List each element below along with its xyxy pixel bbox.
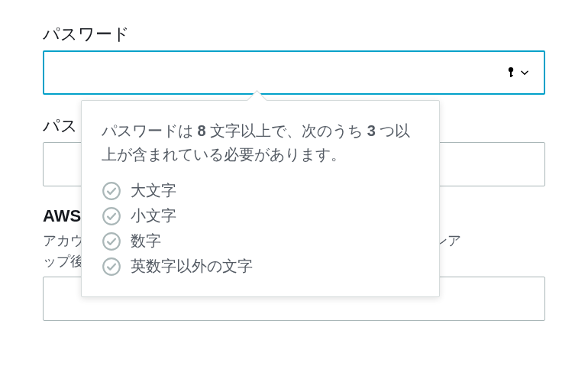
password-manager-dropdown[interactable] <box>504 66 535 79</box>
svg-rect-2 <box>510 75 513 76</box>
password-label: パスワード <box>43 23 545 46</box>
password-input[interactable] <box>53 64 504 82</box>
requirement-label: 小文字 <box>131 206 176 226</box>
requirement-label: 数字 <box>131 231 161 251</box>
requirement-label: 大文字 <box>131 180 176 201</box>
svg-point-6 <box>103 258 120 275</box>
svg-point-5 <box>103 233 120 250</box>
check-circle-icon <box>102 231 121 251</box>
requirement-label: 英数字以外の文字 <box>131 256 253 277</box>
requirement-item: 小文字 <box>102 206 419 226</box>
password-requirements-popover: パスワードは 8 文字以上で、次のうち 3 つ以上が含まれている必要があります。… <box>81 100 440 297</box>
key-icon <box>504 66 518 79</box>
chevron-down-icon <box>519 67 530 78</box>
svg-rect-1 <box>510 71 512 77</box>
requirement-item: 大文字 <box>102 180 419 201</box>
popover-description: パスワードは 8 文字以上で、次のうち 3 つ以上が含まれている必要があります。 <box>102 119 419 167</box>
svg-point-3 <box>103 183 120 199</box>
check-circle-icon <box>102 181 121 201</box>
requirements-list: 大文字 小文字 数字 英数字以外の文字 <box>102 180 419 277</box>
check-circle-icon <box>102 257 121 277</box>
password-input-container[interactable] <box>43 50 545 95</box>
svg-point-4 <box>103 208 120 225</box>
requirement-item: 英数字以外の文字 <box>102 256 419 277</box>
requirement-item: 数字 <box>102 231 419 251</box>
check-circle-icon <box>102 206 121 226</box>
